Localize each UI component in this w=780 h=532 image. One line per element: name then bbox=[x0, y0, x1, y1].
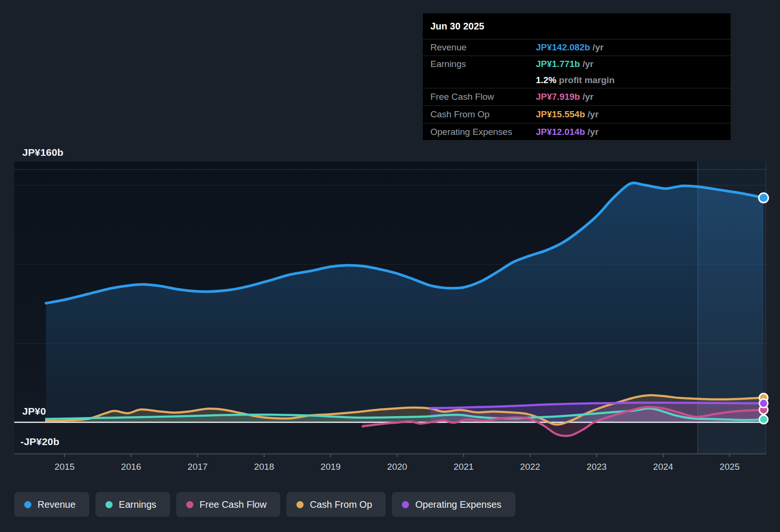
x-axis-label-2018: 2018 bbox=[240, 462, 288, 472]
tooltip-label: Free Cash Flow bbox=[430, 92, 536, 102]
legend-item-free-cash-flow[interactable]: Free Cash Flow bbox=[176, 492, 280, 517]
tooltip-row-revenue: Revenue JP¥142.082b /yr bbox=[423, 39, 731, 56]
x-axis-label-2025: 2025 bbox=[706, 462, 753, 472]
y-axis-label-bottom: -JP¥20b bbox=[20, 436, 59, 447]
legend-label: Earnings bbox=[119, 499, 156, 510]
tooltip-value: JP¥12.014b bbox=[536, 127, 585, 137]
revenue-endpoint-marker[interactable] bbox=[759, 193, 768, 203]
x-axis-label-2021: 2021 bbox=[440, 462, 487, 472]
tooltip-row-free-cash-flow: Free Cash Flow JP¥7.919b /yr bbox=[423, 88, 731, 106]
legend-label: Operating Expenses bbox=[415, 499, 501, 510]
legend-label: Revenue bbox=[38, 499, 76, 510]
tooltip-suffix: /yr bbox=[585, 127, 599, 137]
tooltip-label: Cash From Op bbox=[430, 109, 536, 120]
y-axis-label-zero: JP¥0 bbox=[22, 406, 46, 417]
x-axis-label-2024: 2024 bbox=[639, 462, 687, 472]
x-axis: 2015201620172018201920202021202220232024… bbox=[0, 462, 780, 474]
tooltip-value: JP¥15.554b bbox=[536, 109, 585, 120]
tooltip-value: 1.2% bbox=[536, 75, 556, 86]
page-background: { "tooltip": { "date": "Jun 30 2025", "r… bbox=[0, 0, 780, 532]
chart-legend: Revenue Earnings Free Cash Flow Cash Fro… bbox=[14, 492, 515, 517]
legend-item-revenue[interactable]: Revenue bbox=[14, 492, 89, 517]
legend-item-cash-from-op[interactable]: Cash From Op bbox=[286, 492, 386, 517]
earnings-dot-icon bbox=[105, 501, 113, 508]
legend-label: Free Cash Flow bbox=[200, 499, 266, 510]
y-axis-label-top: JP¥160b bbox=[22, 147, 64, 158]
x-axis-label-2016: 2016 bbox=[107, 462, 155, 472]
tooltip-suffix: /yr bbox=[585, 109, 599, 120]
revenue-dot-icon bbox=[24, 501, 31, 508]
tooltip-row-cash-from-op: Cash From Op JP¥15.554b /yr bbox=[423, 106, 731, 124]
tooltip-value: JP¥142.082b bbox=[536, 42, 590, 53]
tooltip-suffix: /yr bbox=[580, 92, 594, 102]
operating-expenses-dot-icon bbox=[402, 501, 409, 508]
tooltip-suffix: /yr bbox=[580, 59, 594, 69]
x-axis-label-2023: 2023 bbox=[573, 462, 620, 472]
x-axis-label-2015: 2015 bbox=[41, 462, 88, 472]
tooltip-value: JP¥7.919b bbox=[536, 92, 580, 102]
tooltip-row-operating-expenses: Operating Expenses JP¥12.014b /yr bbox=[423, 124, 731, 141]
free-cash-flow-dot-icon bbox=[186, 501, 193, 508]
tooltip-suffix: profit margin bbox=[556, 75, 614, 86]
earnings-endpoint-marker[interactable] bbox=[759, 415, 768, 424]
tooltip-date: Jun 30 2025 bbox=[423, 13, 731, 39]
tooltip-row-earnings: Earnings JP¥1.771b /yr bbox=[423, 56, 731, 72]
legend-item-earnings[interactable]: Earnings bbox=[95, 492, 170, 517]
tooltip-label: Revenue bbox=[430, 42, 536, 53]
operating-expenses-endpoint-marker[interactable] bbox=[759, 399, 768, 408]
chart-tooltip: Jun 30 2025 Revenue JP¥142.082b /yr Earn… bbox=[423, 13, 731, 141]
legend-label: Cash From Op bbox=[310, 499, 372, 510]
x-axis-label-2020: 2020 bbox=[373, 462, 421, 472]
x-axis-label-2022: 2022 bbox=[506, 462, 554, 472]
tooltip-label: Operating Expenses bbox=[430, 127, 536, 137]
tooltip-row-profit-margin: 1.2% profit margin bbox=[423, 72, 731, 88]
tooltip-suffix: /yr bbox=[590, 42, 604, 53]
legend-item-operating-expenses[interactable]: Operating Expenses bbox=[392, 492, 515, 517]
cash-from-op-dot-icon bbox=[296, 501, 304, 508]
tooltip-label: Earnings bbox=[430, 59, 536, 69]
x-axis-label-2017: 2017 bbox=[174, 462, 221, 472]
tooltip-value: JP¥1.771b bbox=[536, 59, 580, 69]
x-axis-label-2019: 2019 bbox=[307, 462, 354, 472]
